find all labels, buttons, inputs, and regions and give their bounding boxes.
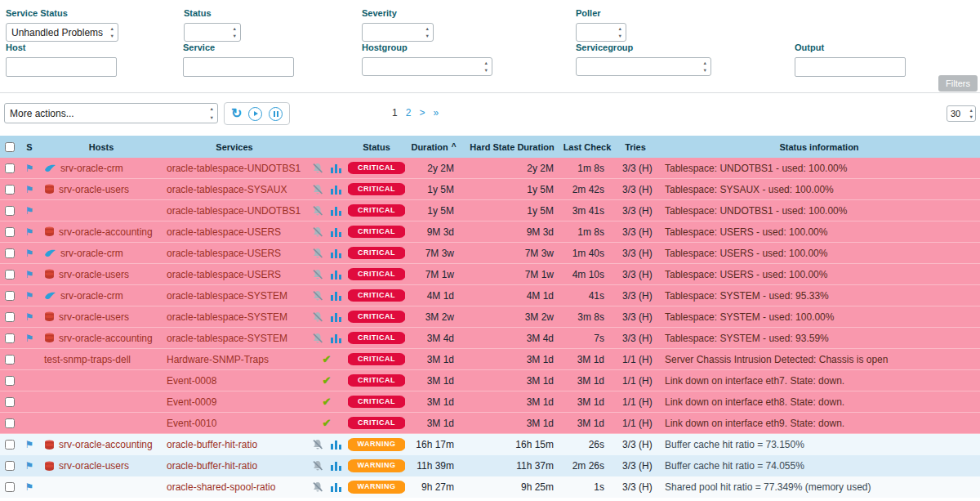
host-link[interactable]: test-snmp-traps-dell (44, 354, 131, 365)
column-header-tries[interactable]: Tries (612, 136, 658, 158)
column-header-s[interactable]: S (20, 136, 39, 158)
pause-bar (274, 111, 275, 117)
row-checkbox[interactable] (5, 248, 15, 258)
status-select[interactable] (184, 23, 241, 42)
row-checkbox[interactable] (5, 185, 15, 195)
performance-graph-icon[interactable] (331, 163, 341, 173)
row-checkbox[interactable] (5, 227, 15, 237)
service-link[interactable]: oracle-tablespace-UNDOTBS1 (167, 205, 301, 217)
poller-select[interactable] (576, 23, 626, 42)
row-checkbox[interactable] (5, 291, 15, 301)
service-link[interactable]: oracle-shared-spool-ratio (167, 481, 275, 493)
column-header-status[interactable]: Status (348, 136, 405, 158)
status-information-cell: Tablespace: SYSAUX - used: 100.00% (658, 179, 980, 199)
performance-graph-icon[interactable] (331, 206, 341, 216)
host-link[interactable]: srv-oracle-crm (60, 290, 123, 302)
service-link[interactable]: oracle-tablespace-SYSTEM (167, 311, 287, 323)
performance-graph-icon[interactable] (331, 185, 341, 195)
hostgroup-select[interactable] (362, 57, 492, 76)
host-link[interactable]: srv-oracle-crm (60, 248, 123, 259)
performance-graph-icon[interactable] (331, 461, 341, 471)
output-input[interactable] (795, 57, 906, 77)
service-link[interactable]: Event-0009 (167, 396, 216, 408)
column-header-status-information[interactable]: Status information (658, 136, 980, 158)
service-link[interactable]: oracle-tablespace-SYSAUX (167, 184, 287, 195)
performance-graph-icon[interactable] (331, 248, 341, 258)
performance-graph-icon[interactable] (331, 270, 341, 280)
filters-button[interactable]: Filters (938, 75, 978, 92)
column-header-hard-state-duration[interactable]: Hard State Duration (462, 136, 562, 158)
performance-graph-icon[interactable] (331, 291, 341, 301)
host-link[interactable]: srv-oracle-accounting (59, 439, 153, 450)
service-link[interactable]: oracle-tablespace-SYSTEM (167, 333, 287, 344)
column-header-last-check[interactable]: Last Check (562, 136, 612, 158)
page-2-link[interactable]: 2 (406, 107, 412, 119)
play-icon[interactable] (248, 107, 262, 121)
service-link[interactable]: oracle-tablespace-USERS (167, 269, 281, 280)
row-checkbox[interactable] (5, 440, 15, 450)
host-link[interactable]: srv-oracle-users (59, 460, 129, 472)
service-input[interactable] (183, 57, 294, 77)
passive-check-icon: ✔ (323, 396, 332, 407)
page-size-select[interactable]: 30 (947, 105, 976, 122)
column-header-duration[interactable]: Duration ^ (405, 136, 462, 158)
service-link[interactable]: Hardware-SNMP-Traps (167, 354, 269, 365)
host-link[interactable]: srv-oracle-accounting (59, 226, 153, 238)
duration-cell: 7M 1w (405, 264, 462, 284)
service-link[interactable]: Event-0010 (167, 418, 216, 429)
pause-icon[interactable] (269, 107, 283, 121)
service-link[interactable]: Event-0008 (167, 375, 216, 387)
row-checkbox[interactable] (5, 376, 15, 386)
filter-poller: Poller (576, 8, 626, 42)
row-checkbox[interactable] (5, 355, 15, 365)
performance-graph-icon[interactable] (331, 312, 341, 322)
duration-cell: 3M 1d (405, 391, 462, 412)
hard-state-duration-cell: 3M 2w (462, 306, 562, 327)
column-header-services[interactable]: Services (163, 136, 305, 158)
service-link[interactable]: oracle-tablespace-SYSTEM (167, 290, 287, 302)
host-icon-crm (44, 163, 56, 173)
select-all-checkbox[interactable] (5, 142, 15, 152)
refresh-icon[interactable]: ↻ (231, 107, 242, 120)
host-link[interactable]: srv-oracle-users (59, 311, 129, 323)
filter-service: Service (183, 42, 294, 77)
next-page-icon[interactable]: > (419, 107, 425, 119)
row-checkbox[interactable] (5, 397, 15, 407)
row-checkbox[interactable] (5, 333, 15, 343)
row-checkbox[interactable] (5, 461, 15, 471)
performance-graph-icon[interactable] (331, 333, 341, 343)
service-link[interactable]: oracle-buffer-hit-ratio (167, 439, 257, 450)
service-link[interactable]: oracle-tablespace-USERS (167, 226, 281, 238)
last-check-cell: 3M 1d (562, 370, 612, 391)
row-checkbox[interactable] (5, 206, 15, 216)
table-body: ⚑srv-oracle-crmoracle-tablespace-UNDOTBS… (0, 158, 980, 498)
row-checkbox[interactable] (5, 312, 15, 322)
duration-header-label: Duration (411, 142, 448, 152)
page-current[interactable]: 1 (392, 107, 398, 119)
status-badge: CRITICAL (348, 268, 405, 281)
service-link[interactable]: oracle-tablespace-UNDOTBS1 (167, 163, 301, 174)
row-checkbox[interactable] (5, 418, 15, 428)
severity-select[interactable] (362, 23, 434, 42)
more-actions-select[interactable]: More actions... (4, 103, 218, 123)
host-link[interactable]: srv-oracle-crm (60, 163, 123, 174)
row-checkbox[interactable] (5, 163, 15, 173)
servicegroup-select[interactable] (576, 57, 711, 76)
last-check-cell: 1m 8s (562, 158, 612, 178)
passive-check-icon: ✔ (323, 354, 332, 365)
service-link[interactable]: oracle-tablespace-USERS (167, 248, 281, 259)
host-input[interactable] (6, 57, 117, 77)
performance-graph-icon[interactable] (331, 482, 341, 492)
host-link[interactable]: srv-oracle-users (59, 184, 129, 195)
service-link[interactable]: oracle-buffer-hit-ratio (167, 460, 257, 472)
tries-cell: 3/3 (H) (612, 306, 658, 327)
host-link[interactable]: srv-oracle-users (59, 269, 129, 280)
service-status-select[interactable]: Unhandled Problems (6, 23, 118, 42)
row-checkbox[interactable] (5, 270, 15, 280)
last-page-icon[interactable]: » (433, 107, 439, 119)
performance-graph-icon[interactable] (331, 440, 341, 450)
row-checkbox[interactable] (5, 482, 15, 492)
host-link[interactable]: srv-oracle-accounting (59, 333, 153, 344)
column-header-hosts[interactable]: Hosts (39, 136, 163, 158)
performance-graph-icon[interactable] (331, 227, 341, 237)
